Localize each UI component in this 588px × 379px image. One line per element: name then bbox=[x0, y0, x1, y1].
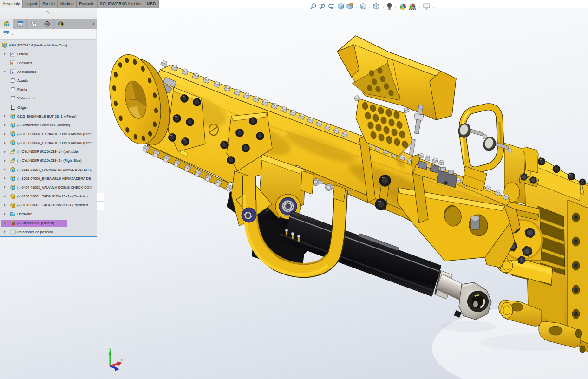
svg-text:Z: Z bbox=[116, 368, 118, 372]
svg-text:X: X bbox=[120, 358, 123, 362]
svg-text:Y: Y bbox=[109, 347, 111, 352]
svg-text:A: A bbox=[11, 70, 14, 74]
